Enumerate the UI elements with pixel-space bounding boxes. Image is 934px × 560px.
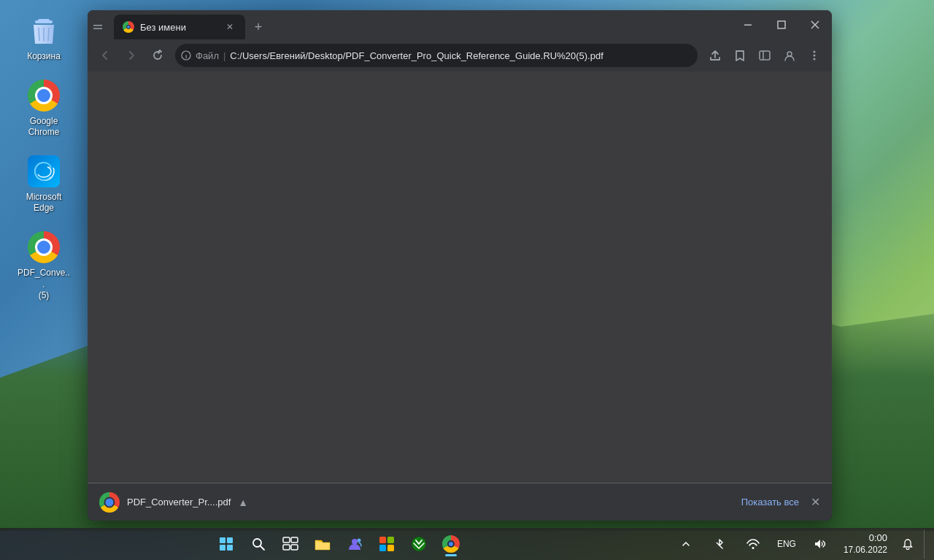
desktop-icons-area: Корзина Google Chrome Microsoft Edge [0,0,88,560]
show-desktop-button[interactable] [924,529,928,559]
navigation-bar: i Файл | C:/Users/Евгений/Desktop/PDF_Co… [88,39,832,71]
download-item: PDF_Converter_Pr....pdf ▲ [99,492,741,513]
pdf-converter-icon [26,230,61,265]
download-filename: PDF_Converter_Pr....pdf [127,497,231,508]
new-tab-button[interactable]: + [248,17,269,37]
file-protocol-label: Файл [196,50,219,61]
task-view-button[interactable] [276,529,305,559]
browser-tab-active[interactable]: Без имени ✕ [114,15,245,39]
svg-text:i: i [185,53,187,60]
tab-favicon [123,21,134,33]
close-button[interactable] [798,10,832,39]
svg-point-13 [787,52,792,56]
svg-point-23 [352,539,358,545]
address-bar[interactable]: i Файл | C:/Users/Евгений/Desktop/PDF_Co… [175,44,698,67]
maximize-button[interactable] [765,10,798,39]
title-bar: Без имени ✕ + [88,10,832,39]
svg-point-17 [253,539,261,547]
forward-button[interactable] [120,44,143,67]
svg-line-18 [260,546,264,550]
svg-point-15 [814,55,816,57]
svg-line-2 [39,28,39,41]
clock-date: 17.06.2022 [844,545,887,556]
store-button[interactable] [372,529,401,559]
google-chrome-label: Google Chrome [17,116,71,139]
minimize-button[interactable] [731,10,765,39]
chrome-taskbar-icon [442,535,460,553]
search-button[interactable] [244,529,273,559]
svg-rect-20 [291,537,298,542]
desktop-icon-recycle-bin[interactable]: Корзина [11,7,77,69]
profile-button[interactable] [778,44,801,67]
windows-logo-icon [220,537,233,551]
download-expand-button[interactable]: ▲ [238,497,248,508]
show-all-downloads-button[interactable]: Показать все [741,497,799,508]
bookmark-button[interactable] [728,44,752,67]
tab-close-button[interactable]: ✕ [223,20,236,34]
svg-rect-28 [387,545,394,551]
svg-rect-21 [283,545,290,550]
svg-point-24 [357,539,360,542]
refresh-button[interactable] [146,44,169,67]
clock[interactable]: 0:00 17.06.2022 [839,531,892,557]
xbox-button[interactable] [404,529,433,559]
clock-time: 0:00 [869,532,887,545]
taskbar-right: ENG 0:00 17.06.2022 [671,529,928,559]
svg-rect-11 [760,51,770,60]
svg-rect-5 [744,25,752,26]
language-indicator[interactable]: ENG [772,529,801,559]
microsoft-edge-icon [26,154,61,189]
download-chrome-icon [99,492,120,513]
download-bar: PDF_Converter_Pr....pdf ▲ Показать все ✕ [88,483,832,521]
share-button[interactable] [703,44,727,67]
svg-rect-22 [291,545,298,550]
start-button[interactable] [212,529,241,559]
desktop-icon-google-chrome[interactable]: Google Chrome [11,72,77,144]
security-info-icon: i [181,50,191,61]
browser-content-area [88,71,832,483]
tab-strip: Без имени ✕ + [108,10,269,39]
window-controls [731,10,832,39]
network-icon[interactable] [738,529,768,559]
teams-chat-button[interactable] [340,529,369,559]
svg-rect-25 [379,537,386,543]
svg-rect-27 [379,545,386,551]
pdf-converter-label: PDF_Conve... (5) [17,268,71,302]
file-explorer-button[interactable] [308,529,337,559]
tab-overflow-button[interactable] [88,17,108,37]
bluetooth-icon[interactable] [705,529,734,559]
desktop: Корзина Google Chrome Microsoft Edge [0,0,934,560]
google-chrome-icon [26,78,61,113]
notification-button[interactable] [896,529,919,559]
taskbar: ENG 0:00 17.06.2022 [0,528,934,560]
sidebar-button[interactable] [753,44,776,67]
microsoft-edge-label: Microsoft Edge [17,192,71,214]
browser-window: Без имени ✕ + [88,10,832,521]
download-bar-close-button[interactable]: ✕ [811,495,820,509]
svg-line-4 [48,28,49,41]
chrome-taskbar-button[interactable] [436,529,466,559]
svg-point-16 [814,58,816,61]
tray-expand-button[interactable] [671,529,700,559]
recycle-bin-label: Корзина [27,51,61,63]
svg-rect-19 [283,537,290,542]
recycle-bin-icon [26,13,61,48]
svg-rect-1 [38,19,50,22]
more-menu-button[interactable] [803,44,826,67]
svg-rect-26 [387,537,394,543]
url-text: C:/Users/Евгений/Desktop/PDF_Converter_P… [230,50,692,61]
nav-right-buttons [703,44,826,67]
address-separator: | [223,50,225,61]
svg-point-31 [752,547,754,549]
desktop-icon-pdf-converter[interactable]: PDF_Conve... (5) [11,224,77,308]
svg-rect-6 [778,21,785,28]
back-button[interactable] [93,44,117,67]
tab-title: Без имени [140,22,217,33]
taskbar-center [6,529,671,559]
svg-point-14 [814,51,816,53]
language-text: ENG [777,539,796,549]
desktop-icon-microsoft-edge[interactable]: Microsoft Edge [11,148,77,220]
volume-button[interactable] [806,529,835,559]
